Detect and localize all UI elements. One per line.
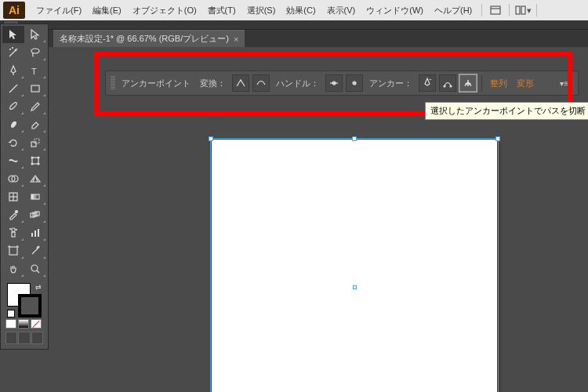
svg-rect-34	[34, 230, 36, 237]
menu-help[interactable]: ヘルプ(H)	[430, 2, 477, 20]
control-label: アンカーポイント	[118, 78, 194, 89]
menu-effect[interactable]: 効果(C)	[281, 2, 320, 20]
paintbrush-tool[interactable]	[2, 98, 24, 115]
workspace-icon[interactable]: ▾	[514, 3, 532, 17]
mesh-tool[interactable]	[2, 188, 24, 205]
magic-wand-tool[interactable]	[2, 44, 24, 61]
svg-rect-3	[521, 6, 525, 14]
line-tool[interactable]	[2, 80, 24, 97]
shape-builder-tool[interactable]	[2, 170, 24, 187]
menu-object[interactable]: オブジェクト(O)	[128, 2, 201, 20]
convert-smooth-button[interactable]	[252, 74, 270, 92]
menu-file[interactable]: ファイル(F)	[31, 2, 86, 20]
svg-point-47	[444, 85, 445, 87]
connect-anchor-button[interactable]	[439, 74, 456, 92]
selection-bounding-box	[210, 138, 499, 392]
svg-rect-12	[34, 139, 39, 143]
zoom-tool[interactable]	[25, 260, 47, 278]
svg-rect-10	[31, 85, 39, 92]
hand-tool[interactable]	[2, 260, 24, 278]
menu-select[interactable]: 選択(S)	[242, 2, 281, 20]
remove-anchor-button[interactable]: -	[419, 74, 436, 92]
separator	[536, 4, 537, 16]
selection-handle[interactable]	[352, 136, 357, 141]
selection-tool[interactable]	[2, 26, 24, 43]
color-swatches: ⇄	[2, 278, 46, 347]
screen-mode-full[interactable]	[18, 332, 30, 344]
gradient-tool[interactable]	[25, 188, 47, 205]
svg-point-5	[12, 48, 13, 49]
pen-tool[interactable]	[2, 62, 24, 79]
symbol-sprayer-tool[interactable]	[2, 224, 24, 241]
svg-rect-0	[491, 6, 500, 14]
blend-tool[interactable]	[25, 206, 47, 223]
eraser-tool[interactable]	[25, 116, 47, 133]
svg-rect-30	[12, 232, 15, 237]
tabbar: 名称未設定-1* @ 66.67% (RGB/プレビュー) ×	[0, 30, 588, 47]
selection-handle[interactable]	[209, 136, 213, 141]
cut-path-button[interactable]	[459, 74, 477, 92]
default-fill-stroke-icon[interactable]	[7, 310, 15, 318]
tooltip: 選択したアンカーポイントでパスを切断	[425, 102, 588, 120]
menu-edit[interactable]: 編集(E)	[88, 2, 126, 20]
stroke-swatch[interactable]	[18, 294, 42, 318]
tab-title: 名称未設定-1* @ 66.67% (RGB/プレビュー)	[60, 33, 229, 45]
tools-panel: T	[0, 24, 49, 350]
blob-brush-tool[interactable]	[2, 116, 24, 133]
control-menu-icon[interactable]: ▾≡	[555, 79, 573, 88]
screen-mode-presentation[interactable]	[31, 332, 43, 344]
svg-point-26	[15, 211, 17, 213]
width-tool[interactable]	[2, 152, 24, 169]
convert-corner-button[interactable]	[232, 74, 249, 92]
svg-point-45	[353, 82, 356, 85]
grip-icon[interactable]	[111, 76, 115, 90]
svg-point-15	[38, 157, 39, 158]
type-tool[interactable]: T	[25, 62, 47, 79]
slice-tool[interactable]	[25, 242, 47, 260]
separator	[481, 4, 482, 16]
rectangle-tool[interactable]	[25, 80, 47, 97]
hide-handles-button[interactable]	[346, 74, 363, 92]
direct-selection-tool[interactable]	[25, 26, 47, 43]
svg-point-48	[450, 85, 452, 87]
menu-view[interactable]: 表示(V)	[322, 2, 361, 20]
handle-label: ハンドル：	[273, 78, 322, 89]
svg-rect-25	[31, 194, 39, 199]
svg-text:-: -	[429, 77, 432, 83]
free-transform-tool[interactable]	[25, 152, 47, 169]
menubar: Ai ファイル(F) 編集(E) オブジェクト(O) 書式(T) 選択(S) 効…	[0, 0, 588, 20]
scale-tool[interactable]	[25, 134, 47, 151]
eyedropper-tool[interactable]	[2, 206, 24, 223]
svg-point-6	[31, 49, 39, 53]
document-tab[interactable]: 名称未設定-1* @ 66.67% (RGB/プレビュー) ×	[53, 30, 245, 47]
svg-text:T: T	[31, 67, 37, 76]
menu-window[interactable]: ウィンドウ(W)	[361, 2, 428, 20]
svg-point-51	[469, 83, 470, 85]
gradient-mode-icon[interactable]	[18, 319, 29, 328]
swap-fill-stroke-icon[interactable]: ⇄	[35, 283, 42, 291]
transform-link[interactable]: 変形	[514, 78, 537, 89]
show-handles-button[interactable]	[325, 74, 343, 92]
menu-type[interactable]: 書式(T)	[203, 2, 241, 20]
layout-icon[interactable]	[487, 3, 504, 17]
close-icon[interactable]: ×	[234, 34, 238, 44]
pencil-tool[interactable]	[25, 98, 47, 115]
perspective-grid-tool[interactable]	[25, 170, 47, 187]
artboard-tool[interactable]	[2, 242, 24, 260]
color-mode-icon[interactable]	[5, 319, 16, 328]
align-link[interactable]: 整列	[487, 78, 510, 89]
selection-handle[interactable]	[495, 136, 500, 141]
none-mode-icon[interactable]	[31, 319, 42, 328]
column-graph-tool[interactable]	[25, 224, 47, 241]
screen-mode-normal[interactable]	[5, 332, 17, 344]
svg-point-14	[31, 157, 33, 158]
svg-line-9	[9, 85, 17, 93]
rotate-tool[interactable]	[2, 134, 24, 151]
svg-rect-13	[32, 158, 38, 164]
anchor-label: アンカー：	[366, 78, 416, 89]
svg-rect-11	[31, 142, 36, 147]
separator	[481, 75, 482, 91]
svg-point-31	[9, 229, 10, 230]
lasso-tool[interactable]	[25, 44, 47, 61]
svg-point-41	[31, 265, 38, 271]
